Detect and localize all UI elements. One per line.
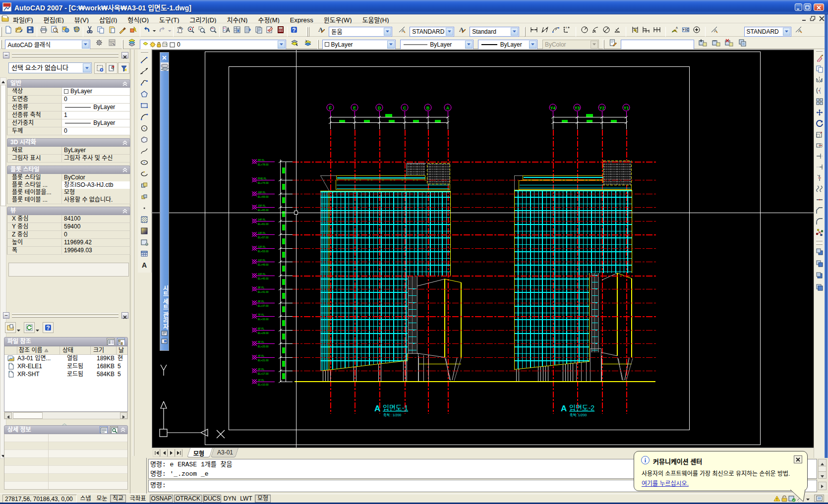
- svg-text:EL+41.00: EL+41.00: [258, 290, 269, 293]
- svg-text:EL+21.00: EL+21.00: [258, 359, 269, 362]
- svg-text:축척: 1/200: 축척: 1/200: [570, 413, 587, 417]
- svg-text:E: E: [353, 106, 356, 111]
- svg-text:13F FL: 13F FL: [258, 231, 266, 234]
- svg-text:EL+10.00: EL+10.00: [258, 383, 269, 386]
- svg-text:D: D: [378, 106, 381, 111]
- svg-text:2F FL: 2F FL: [258, 368, 264, 371]
- svg-text:EL+53.00: EL+53.00: [258, 250, 269, 253]
- svg-text:5F FL: 5F FL: [258, 340, 264, 343]
- svg-text:PHE FL: PHE FL: [258, 177, 267, 180]
- svg-text:EL+78.00: EL+78.00: [258, 163, 269, 166]
- svg-text:A: A: [446, 106, 449, 111]
- svg-text:C: C: [403, 106, 406, 111]
- svg-text:8F FL: 8F FL: [258, 300, 264, 303]
- svg-text:9F FL: 9F FL: [258, 286, 264, 289]
- svg-text:EL+37.00: EL+37.00: [258, 304, 269, 307]
- svg-text:축척 : 1/200: 축척 : 1/200: [383, 413, 401, 417]
- svg-text:입면도-2: 입면도-2: [569, 404, 594, 412]
- svg-text:RF FL: RF FL: [258, 159, 265, 162]
- svg-text:EL+25.00: EL+25.00: [258, 345, 269, 348]
- svg-text:EL+29.00: EL+29.00: [258, 332, 269, 335]
- svg-text:EL+61.00: EL+61.00: [258, 223, 269, 225]
- svg-text:EL+45.00: EL+45.00: [258, 277, 269, 280]
- svg-text:14F FL: 14F FL: [258, 218, 266, 221]
- svg-text:1F FL: 1F FL: [258, 379, 264, 382]
- svg-text:EL+69.00: EL+69.00: [258, 195, 269, 198]
- svg-text:A: A: [142, 261, 147, 269]
- svg-text:EL+65.00: EL+65.00: [258, 209, 269, 212]
- svg-text:A: A: [676, 26, 678, 29]
- svg-text:4F FL: 4F FL: [258, 354, 264, 357]
- svg-text:B: B: [426, 106, 429, 111]
- svg-text:6F FL: 6F FL: [258, 327, 264, 330]
- svg-text:A: A: [561, 404, 567, 413]
- svg-text:Y3: Y3: [575, 106, 580, 111]
- svg-text:EL+17.00: EL+17.00: [258, 372, 269, 375]
- svg-text:F: F: [329, 106, 331, 111]
- svg-text:10F FL: 10F FL: [258, 273, 266, 276]
- svg-text:Y2: Y2: [599, 106, 605, 111]
- svg-text:16F FL: 16F FL: [258, 191, 266, 194]
- svg-text:15F FL: 15F FL: [258, 204, 266, 207]
- svg-text:A: A: [374, 404, 380, 413]
- svg-text:11F FL: 11F FL: [258, 259, 266, 262]
- svg-text:?: ?: [46, 325, 50, 332]
- svg-text:Y1: Y1: [624, 106, 629, 111]
- svg-text:입면도-1: 입면도-1: [383, 404, 408, 412]
- svg-text:EL+33.00: EL+33.00: [258, 318, 269, 321]
- svg-text:7F FL: 7F FL: [258, 313, 264, 316]
- svg-text:12F FL: 12F FL: [258, 245, 266, 248]
- svg-text:EL+49.00: EL+49.00: [258, 263, 269, 266]
- svg-text:x: x: [566, 26, 567, 29]
- svg-text:EL+74.00: EL+74.00: [258, 181, 269, 184]
- svg-text:?: ?: [292, 27, 296, 34]
- svg-text:EL+57.00: EL+57.00: [258, 236, 269, 239]
- svg-text:Y4: Y4: [550, 106, 556, 111]
